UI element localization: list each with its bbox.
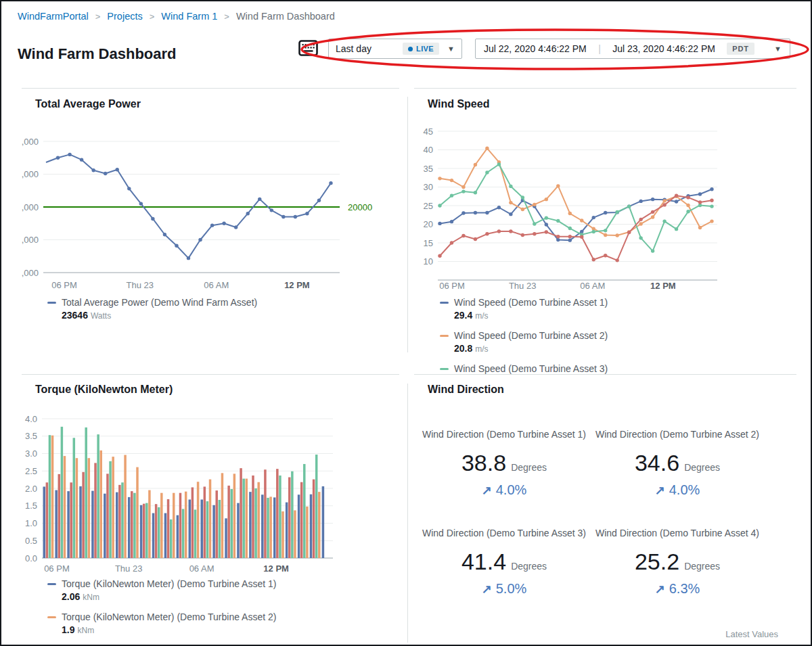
date-range-start: Jul 22, 2020 4:46:22 PM	[484, 43, 587, 54]
kpi-wind-direction-3: Wind Direction (Demo Turbine Asset 3) 41…	[420, 526, 589, 597]
time-range-label: Last day	[336, 43, 403, 54]
breadcrumb: WindFarmPortal>Projects>Wind Farm 1>Wind…	[18, 11, 335, 22]
svg-text:12 PM: 12 PM	[650, 281, 676, 291]
trend-up-icon: ↗	[482, 484, 492, 497]
svg-text:25,000: 25,000	[22, 169, 39, 179]
kpi-unit: Degrees	[684, 561, 720, 572]
trend-up-icon: ↗	[655, 484, 665, 497]
time-range-select[interactable]: Last day LIVE ▼	[328, 39, 462, 59]
torque-chart: 0.00.51.01.52.02.53.03.54.006 PMThu 2306…	[22, 407, 390, 576]
svg-text:2.5: 2.5	[25, 466, 37, 476]
legend-item: Wind Speed (Demo Turbine Asset 2)20.8m/s	[440, 330, 790, 354]
legend-dash-icon	[440, 302, 449, 304]
svg-text:15,000: 15,000	[22, 235, 39, 245]
kpi-unit: Degrees	[684, 462, 720, 473]
date-range-picker[interactable]: Jul 22, 2020 4:46:22 PM | Jul 23, 2020 4…	[475, 39, 790, 59]
widget-wind-direction: Wind Direction Wind Direction (Demo Turb…	[414, 374, 796, 646]
svg-text:0.5: 0.5	[25, 536, 37, 546]
svg-text:20: 20	[424, 219, 433, 229]
kpi-unit: Degrees	[511, 462, 547, 473]
live-dot-icon	[408, 47, 413, 51]
trend-up-icon: ↗	[655, 582, 665, 596]
kpi-wind-direction-4: Wind Direction (Demo Turbine Asset 4) 25…	[593, 526, 762, 597]
svg-text:06 AM: 06 AM	[189, 563, 215, 574]
breadcrumb-separator: >	[150, 11, 155, 22]
kpi-grid: Wind Direction (Demo Turbine Asset 1) 38…	[420, 428, 762, 597]
date-range-separator: |	[598, 43, 601, 54]
widget-wind-speed: Wind Speed 101520253035404506 PMThu 2306…	[414, 89, 796, 374]
breadcrumb-link[interactable]: Projects	[107, 11, 142, 22]
svg-text:12 PM: 12 PM	[263, 563, 289, 574]
breadcrumb-separator: >	[95, 11, 101, 22]
svg-text:25: 25	[424, 201, 433, 211]
widget-torque: Torque (KiloNewton Meter) 0.00.51.01.52.…	[22, 374, 399, 646]
chart-legend: Torque (KiloNewton Meter) (Demo Turbine …	[47, 578, 392, 646]
legend-dash-icon	[440, 335, 449, 337]
legend-dash-icon	[47, 302, 56, 304]
chart-legend: Wind Speed (Demo Turbine Asset 1)29.4m/s…	[440, 297, 790, 374]
svg-text:45: 45	[424, 126, 433, 137]
kpi-value: 25.2	[635, 549, 679, 574]
wind-speed-chart: 101520253035404506 PMThu 2306 AM12 PM	[414, 123, 796, 296]
svg-text:0.0: 0.0	[25, 553, 37, 563]
chevron-down-icon: ▼	[774, 45, 782, 53]
divider	[407, 97, 408, 352]
breadcrumb-link[interactable]: WindFarmPortal	[18, 11, 89, 22]
widget-title: Total Average Power	[35, 98, 141, 110]
legend-item: Total Average Power (Demo Wind Farm Asse…	[47, 297, 392, 321]
kpi-trend: ↗4.0%	[593, 482, 762, 498]
kpi-value: 41.4	[461, 549, 506, 574]
timezone-badge: PDT	[727, 43, 754, 55]
date-range-end: Jul 23, 2020 4:46:22 PM	[612, 43, 715, 54]
svg-text:06 PM: 06 PM	[51, 280, 77, 290]
svg-text:06 PM: 06 PM	[44, 563, 70, 574]
latest-values-note: Latest Values	[725, 629, 778, 639]
keyboard-shortcut-icon[interactable]	[298, 39, 319, 60]
svg-text:06 AM: 06 AM	[580, 281, 605, 291]
wind-farm-dashboard-page: WindFarmPortal>Projects>Wind Farm 1>Wind…	[0, 0, 812, 646]
kpi-trend: ↗6.3%	[593, 581, 762, 597]
svg-text:35: 35	[424, 164, 433, 174]
svg-text:06 AM: 06 AM	[204, 280, 229, 290]
kpi-label: Wind Direction (Demo Turbine Asset 1)	[420, 428, 589, 441]
chart-legend: Total Average Power (Demo Wind Farm Asse…	[47, 297, 392, 330]
divider	[407, 384, 408, 643]
svg-text:10,000: 10,000	[22, 268, 39, 278]
svg-text:1.0: 1.0	[25, 518, 37, 528]
live-badge: LIVE	[403, 43, 439, 55]
page-title: Wind Farm Dashboard	[18, 45, 177, 63]
svg-text:10: 10	[424, 256, 433, 267]
legend-dash-icon	[47, 616, 56, 618]
svg-text:30,000: 30,000	[22, 137, 39, 147]
svg-text:3.0: 3.0	[25, 448, 37, 459]
svg-text:12 PM: 12 PM	[284, 280, 310, 290]
breadcrumb-separator: >	[224, 11, 229, 22]
svg-text:1.5: 1.5	[25, 501, 37, 511]
trend-up-icon: ↗	[482, 582, 492, 596]
kpi-trend: ↗4.0%	[420, 482, 589, 498]
svg-text:15: 15	[424, 238, 433, 248]
breadcrumb-link[interactable]: Wind Farm 1	[161, 11, 217, 22]
widget-title: Wind Speed	[428, 98, 489, 110]
kpi-value: 38.8	[461, 450, 506, 476]
legend-dash-icon	[440, 368, 449, 370]
kpi-wind-direction-2: Wind Direction (Demo Turbine Asset 2) 34…	[593, 428, 762, 498]
legend-dash-icon	[47, 583, 56, 585]
kpi-unit: Degrees	[511, 561, 547, 572]
chevron-down-icon: ▼	[447, 45, 455, 53]
svg-text:30: 30	[424, 182, 433, 192]
svg-text:Thu 23: Thu 23	[115, 563, 142, 574]
svg-text:Thu 23: Thu 23	[509, 281, 536, 291]
svg-text:20000: 20000	[348, 202, 372, 212]
widget-total-average-power: Total Average Power 10,00015,00020,00025…	[22, 89, 399, 374]
kpi-trend: ↗5.0%	[420, 581, 589, 597]
legend-item: Wind Speed (Demo Turbine Asset 1)29.4m/s	[440, 297, 790, 321]
kpi-label: Wind Direction (Demo Turbine Asset 4)	[593, 526, 762, 540]
svg-text:40: 40	[424, 145, 433, 155]
svg-text:20,000: 20,000	[22, 202, 39, 212]
kpi-wind-direction-1: Wind Direction (Demo Turbine Asset 1) 38…	[420, 428, 589, 498]
kpi-label: Wind Direction (Demo Turbine Asset 2)	[593, 428, 762, 441]
widget-title: Wind Direction	[428, 384, 504, 396]
legend-item: Wind Speed (Demo Turbine Asset 3)	[440, 363, 790, 374]
total-average-power-chart: 10,00015,00020,00025,00030,00006 PMThu 2…	[22, 129, 390, 295]
